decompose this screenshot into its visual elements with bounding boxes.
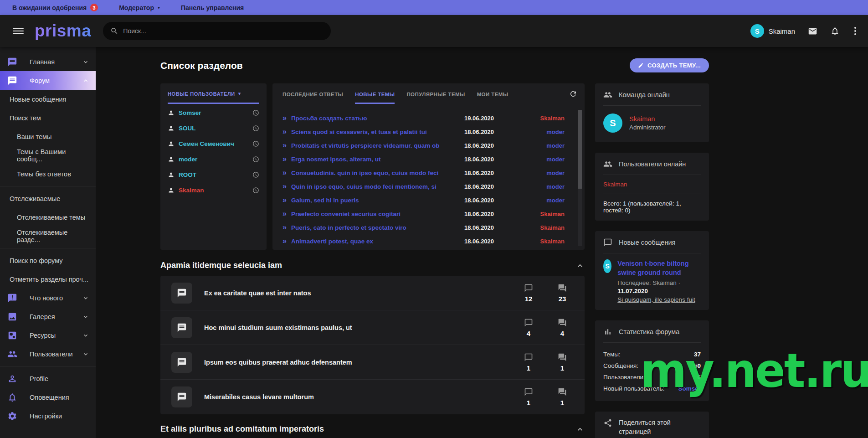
- user-name-link[interactable]: Somser: [179, 109, 201, 116]
- topic-link[interactable]: Consuetudinis. quin in ipso equo, cuius …: [291, 170, 464, 176]
- forum-row[interactable]: Hoc minui studium suum existimans paulus…: [160, 310, 585, 345]
- team-member-role: Administrator: [629, 124, 666, 131]
- notifications-button[interactable]: [830, 26, 840, 36]
- hamburger-menu-icon[interactable]: [13, 28, 24, 34]
- pending-approval-link[interactable]: В ожидании одобрения 3: [12, 4, 98, 11]
- forum-link[interactable]: Ex ea caritate quae est inter natos: [204, 289, 518, 297]
- sidebar-item-search-topics[interactable]: Поиск тем: [0, 108, 96, 127]
- sidebar-item-settings[interactable]: Настройки: [0, 407, 96, 425]
- team-member-avatar[interactable]: S: [603, 113, 622, 133]
- tab-latest-replies[interactable]: ПОСЛЕДНИЕ ОТВЕТЫ: [282, 92, 343, 97]
- topic-link[interactable]: Erga nosmet ipsos, alteram, ut: [291, 156, 464, 163]
- clock-icon[interactable]: [252, 125, 259, 132]
- topic-author-link[interactable]: moder: [528, 170, 565, 176]
- user-name-link[interactable]: Семен Семенович: [179, 140, 234, 147]
- account-menu[interactable]: S Skaiman: [750, 24, 795, 38]
- new-users-dropdown[interactable]: НОВЫЕ ПОЛЬЗОВАТЕЛИ ▾: [168, 91, 259, 97]
- forum-icon: [557, 283, 568, 293]
- team-member-name[interactable]: Skaiman: [629, 115, 666, 123]
- tab-new-topics[interactable]: НОВЫЕ ТЕМЫ: [355, 92, 395, 97]
- topic-author-link[interactable]: Skaiman: [528, 115, 565, 122]
- card-divider: [603, 253, 701, 253]
- topics-scrollbar[interactable]: [578, 110, 582, 246]
- topic-row: » Galum, sed hi in pueris 18.06.2020 mod…: [282, 193, 571, 207]
- topic-link[interactable]: Probitatis et virtutis perspicere videam…: [291, 142, 464, 149]
- user-name-link[interactable]: Skaiman: [179, 187, 204, 194]
- clock-icon[interactable]: [252, 187, 259, 194]
- topic-author-link[interactable]: moder: [528, 197, 565, 204]
- sidebar-item-users[interactable]: Пользователи: [0, 345, 96, 363]
- create-topic-button[interactable]: СОЗДАТЬ ТЕМУ...: [630, 58, 709, 72]
- tab-popular-topics[interactable]: ПОПУЛЯРНЫЕ ТЕМЫ: [406, 92, 465, 97]
- collapse-section-icon[interactable]: [575, 261, 585, 270]
- topic-author-link[interactable]: moder: [528, 142, 565, 149]
- sidebar-item-label: Главная: [30, 58, 55, 66]
- gear-icon: [7, 411, 18, 422]
- online-user-link[interactable]: Skaiman: [603, 181, 701, 188]
- clock-icon[interactable]: [252, 140, 259, 147]
- sidebar-item-topics-with-your-posts[interactable]: Темы с Вашими сообщ...: [0, 146, 96, 165]
- search-input[interactable]: [123, 27, 324, 35]
- user-name-link[interactable]: moder: [179, 156, 197, 163]
- collapse-section-icon[interactable]: [575, 425, 585, 434]
- user-name-link[interactable]: SOUL: [179, 125, 196, 132]
- message-author-avatar[interactable]: S: [603, 259, 611, 273]
- search-bar[interactable]: [103, 22, 331, 40]
- user-name-link[interactable]: ROOT: [179, 171, 196, 178]
- topic-link[interactable]: Просьба создать статью: [291, 115, 464, 122]
- clock-icon[interactable]: [252, 156, 259, 163]
- prisma-logo[interactable]: prisma: [35, 21, 91, 41]
- topic-author-link[interactable]: moder: [528, 129, 565, 135]
- sidebar-item-profile[interactable]: Profile: [0, 369, 96, 388]
- topic-link[interactable]: Animadverti potest, quae ex: [291, 238, 464, 245]
- sidebar-item-watched-topics[interactable]: Отслеживаемые темы: [0, 208, 96, 227]
- topic-author-link[interactable]: Skaiman: [528, 238, 565, 245]
- stat-label: Пользователи:: [603, 374, 645, 381]
- forum-row[interactable]: Miserabiles casus levare multorum 1 1: [160, 380, 585, 414]
- chat-bubble-icon: [523, 353, 534, 362]
- topic-link[interactable]: Galum, sed hi in pueris: [291, 197, 464, 204]
- sidebar-item-gallery[interactable]: Галерея: [0, 307, 96, 326]
- sidebar-item-new-messages[interactable]: Новые сообщения: [0, 90, 96, 108]
- messages-button[interactable]: [808, 26, 817, 36]
- message-forum-link[interactable]: Si quisquam, ille sapiens fuit: [617, 296, 701, 303]
- kebab-menu-icon[interactable]: [853, 27, 858, 35]
- forum-row[interactable]: Ipsum eos quibus praeerat adhuc defensan…: [160, 345, 585, 380]
- clock-icon[interactable]: [252, 171, 259, 178]
- sidebar-item-alerts[interactable]: Оповещения: [0, 388, 96, 407]
- sidebar-item-forum[interactable]: Форум: [0, 71, 96, 90]
- refresh-icon[interactable]: [569, 90, 577, 100]
- topic-link[interactable]: Quin in ipso equo, cuius modo feci menti…: [291, 183, 464, 190]
- topic-row: » Probitatis et virtutis perspicere vide…: [282, 139, 571, 152]
- topic-link[interactable]: Sciens quod si cessaveris, et tuas et pa…: [291, 129, 464, 135]
- sidebar-item-your-topics[interactable]: Ваши темы: [0, 127, 96, 146]
- message-topic-link[interactable]: Venison t-bone biltong swine ground roun…: [617, 259, 701, 277]
- topic-link[interactable]: Praefecto conveniet securius cogitari: [291, 211, 464, 217]
- user-avatar[interactable]: S: [750, 24, 764, 38]
- bell-icon: [830, 26, 840, 36]
- forum-link[interactable]: Ipsum eos quibus praeerat adhuc defensan…: [204, 359, 518, 366]
- control-panel-link[interactable]: Панель управления: [181, 4, 244, 11]
- sidebar-item-resources[interactable]: Ресурсы: [0, 326, 96, 345]
- tab-my-topics[interactable]: МОИ ТЕМЫ: [477, 92, 508, 97]
- sidebar-item-unanswered-topics[interactable]: Темы без ответов: [0, 165, 96, 183]
- topic-author-link[interactable]: Skaiman: [528, 211, 565, 217]
- topic-author-link[interactable]: moder: [528, 183, 565, 190]
- topic-link[interactable]: Pueris, cato in perfecto et spectato vir…: [291, 224, 464, 231]
- sidebar-item-mark-forums-read[interactable]: Отметить разделы проч...: [0, 270, 96, 289]
- sidebar-item-home[interactable]: Главная: [0, 52, 96, 71]
- sidebar-item-watched[interactable]: Отслеживаемые: [0, 189, 96, 208]
- clock-icon[interactable]: [252, 109, 259, 116]
- topic-author-link[interactable]: moder: [528, 156, 565, 163]
- scrollbar-thumb[interactable]: [578, 110, 582, 189]
- topic-author-link[interactable]: Skaiman: [528, 224, 565, 231]
- sidebar-item-watched-forums[interactable]: Отслеживаемые разде...: [0, 227, 96, 245]
- sidebar-item-search-forum[interactable]: Поиск по форуму: [0, 251, 96, 270]
- pending-approval-label: В ожидании одобрения: [12, 4, 87, 11]
- forum-link[interactable]: Hoc minui studium suum existimans paulus…: [204, 324, 518, 331]
- forum-link[interactable]: Miserabiles casus levare multorum: [204, 393, 518, 401]
- forum-row[interactable]: Ex ea caritate quae est inter natos 12 2…: [160, 276, 585, 310]
- sidebar-item-whats-new[interactable]: Что нового: [0, 289, 96, 307]
- moderator-menu[interactable]: Модератор ▾: [119, 4, 160, 11]
- newest-user-link[interactable]: Somser: [678, 385, 701, 392]
